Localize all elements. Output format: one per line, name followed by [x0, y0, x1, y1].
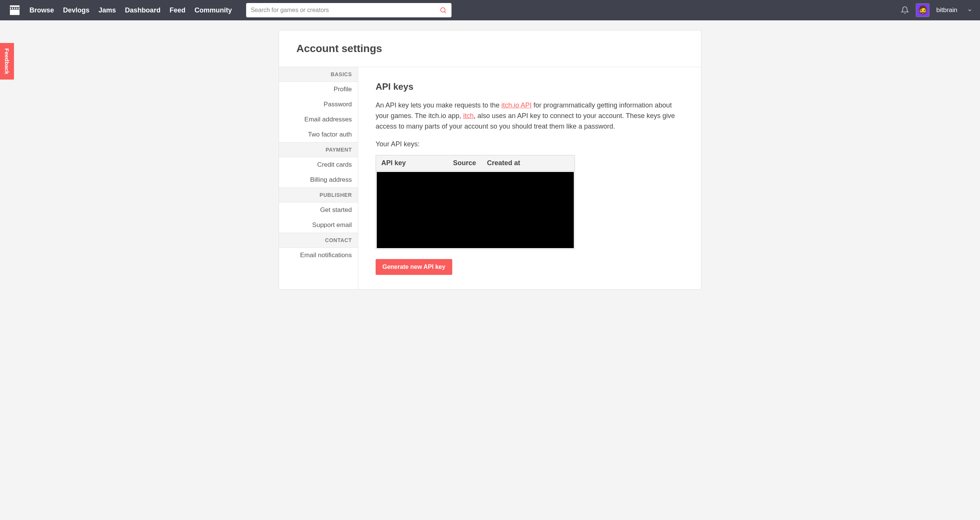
feedback-tab[interactable]: Feedback	[0, 43, 14, 79]
chevron-down-icon[interactable]	[967, 8, 972, 13]
sidebar-item-profile[interactable]: Profile	[279, 82, 358, 97]
search-input[interactable]	[251, 7, 439, 14]
bell-icon[interactable]	[901, 6, 909, 14]
sidebar-section-publisher: PUBLISHER Get started Support email	[279, 187, 358, 233]
username[interactable]: bitbrain	[936, 6, 957, 14]
avatar[interactable]: 🧔	[916, 3, 929, 17]
main-heading: API keys	[375, 81, 684, 92]
sidebar-section-payment: PAYMENT Credit cards Billing address	[279, 142, 358, 187]
nav-community[interactable]: Community	[194, 6, 232, 14]
sidebar-header-payment: PAYMENT	[279, 142, 358, 157]
nav-browse[interactable]: Browse	[29, 6, 54, 14]
nav-feed[interactable]: Feed	[170, 6, 185, 14]
nav-links: Browse Devlogs Jams Dashboard Feed Commu…	[29, 6, 232, 14]
search-icon[interactable]	[439, 6, 447, 14]
sidebar-item-email-addresses[interactable]: Email addresses	[279, 112, 358, 127]
sidebar-section-contact: CONTACT Email notifications	[279, 233, 358, 263]
page-header: Account settings	[279, 30, 701, 67]
settings-container: Account settings BASICS Profile Password…	[278, 30, 702, 290]
svg-point-0	[441, 8, 445, 12]
main-content: API keys An API key lets you make reques…	[358, 67, 701, 289]
sidebar-section-basics: BASICS Profile Password Email addresses …	[279, 67, 358, 142]
sidebar-header-publisher: PUBLISHER	[279, 187, 358, 203]
table-body-redacted	[376, 171, 574, 249]
generate-api-key-button[interactable]: Generate new API key	[375, 259, 452, 275]
sidebar-header-contact: CONTACT	[279, 233, 358, 248]
sidebar-item-password[interactable]: Password	[279, 97, 358, 112]
itch-app-link[interactable]: itch	[463, 112, 474, 119]
th-api-key: API key	[381, 159, 453, 167]
th-created-at: Created at	[487, 159, 569, 167]
site-header: Browse Devlogs Jams Dashboard Feed Commu…	[0, 0, 980, 21]
api-keys-table: API key Source Created at	[375, 155, 575, 249]
sidebar-item-credit-cards[interactable]: Credit cards	[279, 157, 358, 172]
sidebar-item-support-email[interactable]: Support email	[279, 217, 358, 233]
sidebar-item-billing-address[interactable]: Billing address	[279, 172, 358, 187]
header-right: 🧔 bitbrain	[901, 3, 972, 17]
content-wrap: BASICS Profile Password Email addresses …	[279, 67, 701, 289]
svg-line-1	[444, 11, 446, 13]
itchio-api-link[interactable]: itch.io API	[501, 101, 531, 109]
keys-label: Your API keys:	[375, 140, 684, 148]
nav-devlogs[interactable]: Devlogs	[63, 6, 89, 14]
sidebar: BASICS Profile Password Email addresses …	[279, 67, 358, 289]
th-source: Source	[453, 159, 487, 167]
api-description: An API key lets you make requests to the…	[375, 100, 684, 132]
sidebar-item-two-factor[interactable]: Two factor auth	[279, 127, 358, 142]
sidebar-item-get-started[interactable]: Get started	[279, 203, 358, 217]
itch-logo[interactable]	[8, 4, 22, 17]
page-title: Account settings	[296, 43, 684, 55]
sidebar-item-email-notifications[interactable]: Email notifications	[279, 248, 358, 263]
sidebar-header-basics: BASICS	[279, 67, 358, 82]
nav-dashboard[interactable]: Dashboard	[125, 6, 161, 14]
search-box[interactable]	[246, 3, 452, 17]
table-header: API key Source Created at	[376, 155, 574, 171]
nav-jams[interactable]: Jams	[99, 6, 116, 14]
